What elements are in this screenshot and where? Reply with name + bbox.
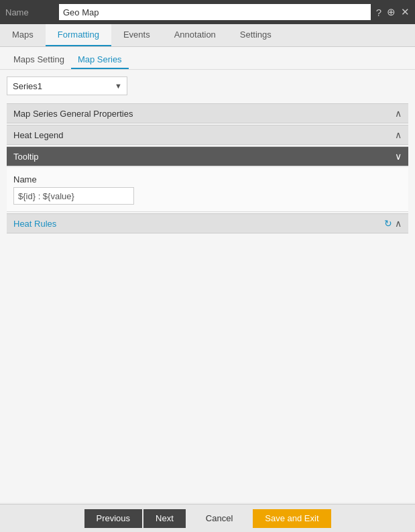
map-series-general-label: Map Series General Properties (13, 109, 133, 119)
help-icon[interactable]: ? (376, 7, 381, 18)
tab-maps[interactable]: Maps (0, 24, 46, 46)
heat-legend-header[interactable]: Heat Legend ∧ (7, 125, 408, 145)
name-label: Name (5, 7, 59, 17)
tab-formatting[interactable]: Formatting (46, 24, 111, 46)
cancel-button[interactable]: Cancel (194, 509, 245, 528)
heat-rules-label: Heat Rules (13, 219, 56, 229)
sub-tab-map-series[interactable]: Map Series (71, 51, 129, 69)
title-bar-icons: ? ⊕ ✕ (376, 6, 410, 18)
tooltip-name-input[interactable] (13, 187, 134, 205)
heat-rules-icons: ↻ ∧ (384, 218, 402, 229)
heat-legend-label: Heat Legend (13, 130, 63, 140)
heat-legend-chevron-icon: ∧ (395, 129, 402, 140)
save-exit-button[interactable]: Save and Exit (253, 509, 331, 528)
map-series-general-icons: ∧ (395, 108, 402, 119)
tooltip-content: Name (7, 168, 408, 212)
tooltip-chevron-icon: ∨ (395, 151, 402, 162)
close-icon[interactable]: ✕ (401, 6, 410, 18)
tooltip-name-label: Name (13, 174, 402, 184)
heat-rules-refresh-icon[interactable]: ↻ (384, 218, 392, 229)
content-area: Series1 Series2 Series3 ▼ Map Series Gen… (0, 70, 415, 502)
previous-button[interactable]: Previous (84, 509, 143, 528)
tooltip-icons: ∨ (395, 151, 402, 162)
sub-tab-maps-setting[interactable]: Maps Setting (7, 51, 71, 69)
title-bar: Name ? ⊕ ✕ (0, 0, 415, 24)
tooltip-label: Tooltip (13, 152, 39, 162)
series-select-wrap: Series1 Series2 Series3 ▼ (7, 76, 127, 95)
map-series-general-chevron-icon: ∧ (395, 108, 402, 119)
heat-rules-header[interactable]: Heat Rules ↻ ∧ (7, 213, 408, 233)
bottom-bar: Previous Next Cancel Save and Exit (0, 504, 415, 532)
map-series-general-header[interactable]: Map Series General Properties ∧ (7, 103, 408, 123)
tab-annotation[interactable]: Annotation (162, 24, 228, 46)
heat-legend-icons: ∧ (395, 129, 402, 140)
series-select[interactable]: Series1 Series2 Series3 (7, 76, 127, 95)
tab-settings[interactable]: Settings (228, 24, 284, 46)
tooltip-header[interactable]: Tooltip ∨ (7, 146, 408, 166)
tab-events[interactable]: Events (111, 24, 162, 46)
tab-bar: Maps Formatting Events Annotation Settin… (0, 24, 415, 47)
heat-rules-chevron-icon: ∧ (395, 218, 402, 229)
move-icon[interactable]: ⊕ (387, 6, 396, 18)
next-button[interactable]: Next (143, 509, 186, 528)
sub-tab-bar: Maps Setting Map Series (0, 47, 415, 70)
title-input[interactable] (59, 4, 371, 20)
